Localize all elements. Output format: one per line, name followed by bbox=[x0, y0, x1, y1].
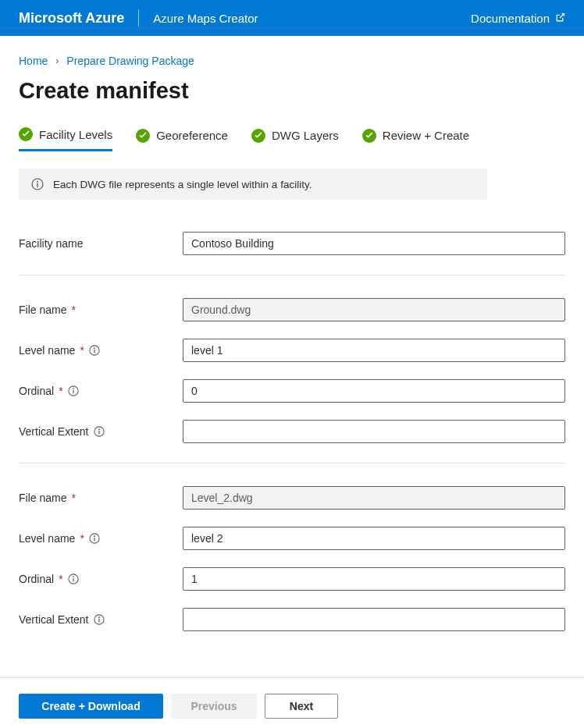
label-text: Ordinal bbox=[19, 385, 54, 397]
svg-rect-21 bbox=[73, 578, 73, 581]
label-text: Level name bbox=[19, 344, 75, 357]
svg-rect-9 bbox=[94, 350, 94, 353]
vertical-extent-row: Vertical Extent bbox=[19, 599, 565, 640]
tab-label: Review + Create bbox=[383, 129, 469, 142]
svg-point-8 bbox=[94, 347, 95, 349]
breadcrumb: Home › Prepare Drawing Package bbox=[19, 55, 565, 67]
info-icon[interactable] bbox=[89, 345, 100, 356]
product-subtitle: Azure Maps Creator bbox=[153, 12, 258, 25]
chevron-right-icon: › bbox=[55, 55, 59, 66]
svg-point-14 bbox=[98, 428, 100, 430]
top-banner: Microsoft Azure Azure Maps Creator Docum… bbox=[0, 0, 584, 36]
tab-label: Georeference bbox=[156, 129, 228, 142]
file-name-row: File name * bbox=[19, 478, 565, 518]
vertical-extent-label: Vertical Extent bbox=[19, 425, 183, 438]
vertical-extent-input[interactable] bbox=[183, 608, 565, 631]
previous-button: Previous bbox=[171, 694, 257, 719]
required-asterisk: * bbox=[71, 304, 75, 316]
check-circle-icon bbox=[136, 129, 150, 143]
required-asterisk: * bbox=[59, 573, 62, 585]
svg-rect-12 bbox=[73, 390, 73, 393]
tab-dwg-layers[interactable]: DWG Layers bbox=[251, 127, 339, 151]
svg-point-23 bbox=[98, 616, 100, 618]
ordinal-label: Ordinal * bbox=[19, 385, 183, 397]
next-button[interactable]: Next bbox=[265, 694, 338, 719]
brand-label: Microsoft Azure bbox=[19, 10, 124, 27]
external-link-icon bbox=[554, 12, 565, 23]
svg-point-17 bbox=[94, 535, 95, 537]
info-icon[interactable] bbox=[68, 385, 79, 396]
ordinal-input[interactable] bbox=[183, 379, 565, 403]
level-name-row: Level name * bbox=[19, 518, 565, 559]
documentation-link-label: Documentation bbox=[471, 12, 550, 25]
svg-rect-15 bbox=[98, 431, 99, 434]
level-name-label: Level name * bbox=[19, 344, 183, 357]
label-text: Level name bbox=[19, 532, 75, 545]
required-asterisk: * bbox=[80, 532, 84, 545]
divider bbox=[19, 463, 565, 463]
required-asterisk: * bbox=[80, 344, 84, 357]
info-icon[interactable] bbox=[89, 533, 100, 544]
required-asterisk: * bbox=[59, 385, 62, 397]
vertical-extent-label: Vertical Extent bbox=[19, 613, 183, 626]
level-name-input[interactable] bbox=[183, 339, 565, 362]
label-text: File name bbox=[19, 492, 66, 504]
tab-label: Facility Levels bbox=[39, 128, 112, 141]
info-icon[interactable] bbox=[68, 574, 79, 584]
documentation-link[interactable]: Documentation bbox=[471, 12, 565, 25]
tab-facility-levels[interactable]: Facility Levels bbox=[19, 127, 112, 151]
ordinal-input[interactable] bbox=[183, 567, 565, 591]
check-circle-icon bbox=[362, 129, 376, 143]
svg-point-11 bbox=[73, 388, 74, 389]
info-icon[interactable] bbox=[94, 614, 105, 625]
required-asterisk: * bbox=[71, 492, 75, 504]
tab-label: DWG Layers bbox=[272, 129, 339, 142]
svg-rect-24 bbox=[98, 619, 99, 622]
info-icon[interactable] bbox=[94, 426, 105, 437]
label-text: Ordinal bbox=[19, 573, 54, 585]
divider bbox=[19, 275, 565, 275]
footer-bar: Create + Download Previous Next bbox=[0, 677, 584, 728]
label-text: Facility name bbox=[19, 237, 83, 250]
level-name-input[interactable] bbox=[183, 527, 565, 550]
file-name-input bbox=[183, 298, 565, 321]
create-download-button[interactable]: Create + Download bbox=[19, 694, 163, 719]
svg-rect-6 bbox=[37, 183, 37, 187]
wizard-tabs: Facility Levels Georeference DWG Layers … bbox=[19, 127, 565, 151]
svg-point-20 bbox=[73, 576, 74, 577]
svg-point-5 bbox=[37, 181, 38, 183]
facility-name-label: Facility name bbox=[19, 237, 183, 250]
file-name-label: File name * bbox=[19, 492, 183, 504]
breadcrumb-prepare[interactable]: Prepare Drawing Package bbox=[66, 55, 194, 67]
ordinal-row: Ordinal * bbox=[19, 559, 565, 599]
facility-name-input[interactable] bbox=[183, 232, 565, 255]
tab-review-create[interactable]: Review + Create bbox=[362, 127, 469, 151]
info-message-bar: Each DWG file represents a single level … bbox=[19, 169, 487, 200]
banner-divider bbox=[138, 9, 139, 27]
level-name-row: Level name * bbox=[19, 330, 565, 371]
file-name-label: File name * bbox=[19, 304, 183, 316]
check-circle-icon bbox=[19, 127, 33, 141]
breadcrumb-home[interactable]: Home bbox=[19, 55, 48, 67]
svg-rect-18 bbox=[94, 538, 94, 541]
level-name-label: Level name * bbox=[19, 532, 183, 545]
page-title: Create manifest bbox=[19, 78, 565, 104]
file-name-input bbox=[183, 486, 565, 510]
label-text: Vertical Extent bbox=[19, 425, 89, 438]
label-text: File name bbox=[19, 304, 66, 316]
file-name-row: File name * bbox=[19, 289, 565, 330]
ordinal-label: Ordinal * bbox=[19, 573, 183, 585]
tab-georeference[interactable]: Georeference bbox=[136, 127, 228, 151]
info-message-text: Each DWG file represents a single level … bbox=[53, 179, 312, 190]
vertical-extent-row: Vertical Extent bbox=[19, 411, 565, 452]
vertical-extent-input[interactable] bbox=[183, 420, 565, 443]
info-icon bbox=[31, 178, 44, 190]
facility-name-row: Facility name bbox=[19, 223, 565, 264]
ordinal-row: Ordinal * bbox=[19, 371, 565, 411]
label-text: Vertical Extent bbox=[19, 613, 89, 626]
check-circle-icon bbox=[251, 129, 265, 143]
